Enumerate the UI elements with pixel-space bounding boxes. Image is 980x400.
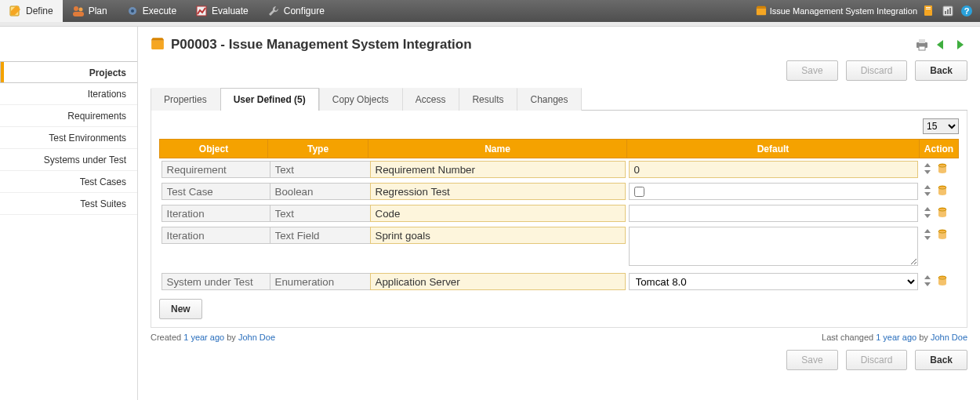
grid-row (160, 180, 959, 202)
top-tab-execute[interactable]: Execute (117, 0, 186, 22)
project-context[interactable]: Issue Management System Integration (756, 5, 917, 17)
pencil-note-icon (9, 5, 22, 17)
main: P00003 - Issue Management System Integra… (138, 27, 980, 400)
top-toolbar: DefinePlanExecuteEvaluateConfigure Issue… (0, 0, 980, 22)
col-action: Action (920, 140, 959, 158)
created-by-text: by (224, 333, 238, 342)
delete-icon[interactable] (936, 184, 949, 197)
sidebar-item-systems-under-test[interactable]: Systems under Test (0, 149, 137, 171)
discard-button[interactable]: Discard (846, 60, 908, 81)
col-default: Default (627, 140, 920, 158)
save-button-bottom[interactable]: Save (786, 350, 837, 370)
svg-rect-11 (945, 11, 946, 14)
top-tab-label: Evaluate (212, 5, 249, 16)
changed-prefix: Last changed (822, 333, 876, 342)
top-tab-define[interactable]: Define (0, 0, 63, 22)
package-icon (756, 5, 767, 17)
changed-meta: Last changed 1 year ago by John Doe (822, 333, 967, 342)
sidebar-item-iterations[interactable]: Iterations (0, 83, 137, 105)
name-input[interactable] (370, 161, 626, 178)
project-context-label: Issue Management System Integration (770, 6, 917, 16)
tab-properties[interactable]: Properties (151, 88, 220, 111)
changed-user-link[interactable]: John Doe (931, 333, 967, 342)
user-defined-grid: Object Type Name Default Action Tomcat 8… (159, 139, 959, 293)
top-right-tools: Issue Management System Integration ? (756, 0, 980, 22)
svg-rect-13 (949, 8, 951, 14)
reorder-icon[interactable] (921, 206, 934, 219)
reports-icon[interactable] (941, 4, 955, 18)
default-textarea[interactable] (629, 227, 918, 266)
top-tab-label: Configure (284, 5, 325, 16)
tab-user-defined-5-[interactable]: User Defined (5) (220, 88, 319, 111)
sidebar-item-test-cases[interactable]: Test Cases (0, 171, 137, 193)
delete-icon[interactable] (936, 206, 949, 219)
sidebar-item-requirements[interactable]: Requirements (0, 105, 137, 127)
created-prefix: Created (151, 333, 183, 342)
changed-age-link[interactable]: 1 year ago (876, 333, 916, 342)
back-button[interactable]: Back (915, 60, 967, 81)
delete-icon[interactable] (936, 275, 949, 287)
print-icon[interactable] (914, 38, 930, 52)
tab-changes[interactable]: Changes (517, 88, 581, 111)
sidebar-item-projects[interactable]: Projects (0, 61, 137, 83)
svg-point-5 (131, 9, 134, 13)
grid-header-row: Object Type Name Default Action (160, 140, 959, 158)
sidebar-item-test-suites[interactable]: Test Suites (0, 193, 137, 215)
default-input[interactable] (629, 205, 918, 222)
name-input[interactable] (370, 205, 626, 222)
wrench-icon (267, 5, 280, 17)
notes-icon[interactable] (922, 4, 936, 18)
svg-rect-12 (947, 9, 949, 14)
created-user-link[interactable]: John Doe (238, 333, 275, 342)
name-input[interactable] (370, 227, 626, 244)
reorder-icon[interactable] (921, 184, 934, 197)
save-button[interactable]: Save (786, 60, 837, 81)
discard-button-bottom[interactable]: Discard (846, 350, 908, 370)
new-row: New (159, 299, 959, 319)
reorder-icon[interactable] (921, 162, 934, 175)
title-actions (914, 38, 967, 52)
top-tab-configure[interactable]: Configure (258, 0, 334, 22)
default-input[interactable] (629, 161, 918, 178)
new-button[interactable]: New (159, 299, 202, 319)
back-button-bottom[interactable]: Back (915, 350, 967, 370)
reorder-icon[interactable] (921, 275, 934, 287)
changed-by-text: by (916, 333, 931, 342)
chart-icon (195, 5, 208, 17)
name-input[interactable] (370, 273, 626, 290)
name-input[interactable] (370, 183, 626, 200)
grid-row (160, 202, 959, 224)
created-age-link[interactable]: 1 year ago (183, 333, 224, 342)
svg-rect-7 (924, 5, 932, 16)
default-select[interactable]: Tomcat 8.0 (629, 273, 918, 290)
top-tab-label: Execute (143, 5, 176, 16)
svg-rect-8 (926, 7, 931, 8)
col-name: Name (368, 140, 627, 158)
bottom-button-row: Save Discard Back (151, 350, 967, 370)
sidebar: ProjectsIterationsRequirementsTest Envir… (0, 27, 138, 400)
svg-rect-18 (919, 46, 925, 50)
help-icon[interactable]: ? (960, 4, 974, 18)
tab-panel-user-defined: 15 Object Type Name Default Action Tomc (151, 111, 967, 328)
nav-prev-icon[interactable] (933, 38, 949, 52)
top-tab-plan[interactable]: Plan (63, 0, 117, 22)
grid-row (160, 224, 959, 271)
delete-icon[interactable] (936, 162, 949, 175)
sidebar-item-test-environments[interactable]: Test Environments (0, 127, 137, 149)
delete-icon[interactable] (936, 228, 949, 241)
package-icon (151, 36, 165, 53)
svg-point-2 (78, 8, 82, 12)
nav-next-icon[interactable] (952, 38, 967, 52)
page-size-select[interactable]: 15 (923, 118, 959, 134)
gear-icon (126, 5, 139, 17)
page-title-row: P00003 - Issue Management System Integra… (151, 36, 967, 53)
tab-access[interactable]: Access (402, 88, 459, 111)
default-checkbox[interactable] (634, 187, 644, 197)
tab-results[interactable]: Results (459, 88, 517, 111)
top-tab-evaluate[interactable]: Evaluate (186, 0, 258, 22)
tab-copy-objects[interactable]: Copy Objects (319, 88, 402, 111)
page-size-row: 15 (159, 118, 959, 134)
col-object: Object (160, 140, 268, 158)
reorder-icon[interactable] (921, 228, 934, 241)
svg-rect-17 (919, 39, 925, 43)
